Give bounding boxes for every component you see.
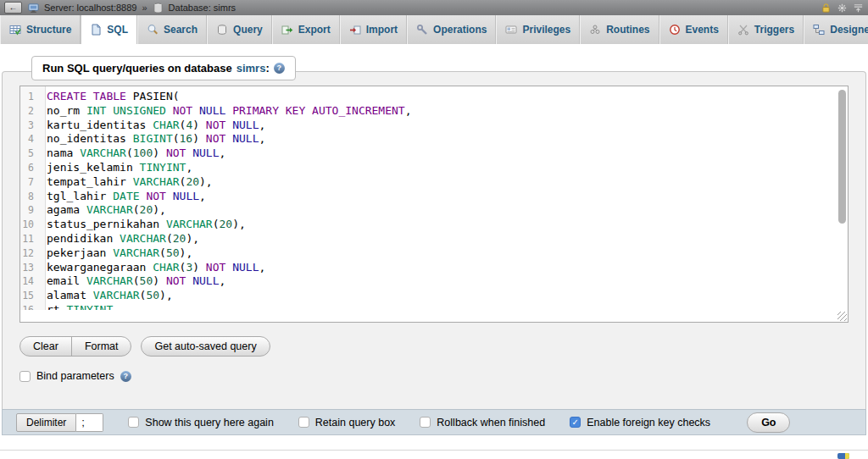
editor-line: 11pendidikan VARCHAR(20), bbox=[20, 232, 848, 246]
search-icon bbox=[147, 24, 159, 36]
get-autosaved-query-button[interactable]: Get auto-saved query bbox=[141, 336, 270, 357]
line-code: pendidikan VARCHAR(20), bbox=[40, 232, 199, 246]
format-button[interactable]: Format bbox=[71, 337, 131, 356]
clear-format-group: Clear Format bbox=[19, 336, 131, 357]
scroll-bottom-icon[interactable] bbox=[837, 453, 849, 459]
editor-line: 4no_identitas BIGINT(16) NOT NULL, bbox=[20, 132, 848, 147]
editor-line: 3kartu_identitas CHAR(4) NOT NULL, bbox=[20, 119, 848, 133]
tab-label: Routines bbox=[606, 24, 649, 36]
triggers-icon bbox=[737, 24, 749, 36]
checkbox-box[interactable] bbox=[128, 417, 139, 428]
query-buttons-row: Clear Format Get auto-saved query bbox=[19, 336, 849, 357]
bind-parameters-row[interactable]: Bind parameters bbox=[19, 370, 849, 382]
tab-export[interactable]: Export bbox=[272, 15, 340, 44]
line-code: tempat_lahir VARCHAR(20), bbox=[40, 175, 213, 190]
tab-structure[interactable]: Structure bbox=[0, 15, 81, 44]
editor-line: 2no_rm INT UNSIGNED NOT NULL PRIMARY KEY… bbox=[20, 104, 848, 119]
tab-import[interactable]: Import bbox=[340, 15, 407, 44]
query-icon bbox=[216, 24, 228, 36]
breadcrumb-item-database[interactable]: Database: simrs bbox=[169, 3, 236, 13]
tab-events[interactable]: Events bbox=[659, 15, 728, 44]
line-number: 4 bbox=[20, 132, 40, 147]
go-button[interactable]: Go bbox=[747, 412, 790, 433]
phpmyadmin-window: ← Server: localhost:8889»Database: simrs… bbox=[0, 0, 868, 459]
breadcrumb-item-server[interactable]: Server: localhost:8889 bbox=[44, 3, 136, 13]
line-code: nama VARCHAR(100) NOT NULL, bbox=[40, 147, 225, 161]
database-icon bbox=[153, 3, 164, 14]
checkbox-box[interactable] bbox=[298, 417, 309, 428]
tab-operations[interactable]: Operations bbox=[407, 15, 496, 44]
database-link[interactable]: simrs bbox=[236, 62, 266, 75]
breadcrumb-separator: » bbox=[142, 3, 147, 13]
legend-text: Run SQL query/queries on database bbox=[42, 62, 232, 75]
tab-routines[interactable]: Routines bbox=[580, 15, 659, 44]
topbar: ← Server: localhost:8889»Database: simrs bbox=[0, 0, 868, 15]
editor-line: 12pekerjaan VARCHAR(50), bbox=[20, 246, 848, 261]
line-code: pekerjaan VARCHAR(50), bbox=[40, 246, 192, 261]
checkbox-box[interactable] bbox=[420, 417, 431, 428]
query-options-bar: Delimiter Show this query here againReta… bbox=[2, 409, 866, 435]
import-icon bbox=[349, 24, 361, 36]
tab-privileges[interactable]: Privileges bbox=[496, 15, 580, 44]
legend-colon: : bbox=[265, 62, 269, 75]
lock-icon[interactable] bbox=[821, 3, 832, 14]
tab-designer[interactable]: Designer bbox=[804, 15, 868, 44]
line-number: 3 bbox=[20, 119, 40, 133]
tab-query[interactable]: Query bbox=[207, 15, 272, 44]
tab-label: Designer bbox=[830, 24, 868, 36]
export-icon bbox=[281, 24, 293, 36]
checkbox-box[interactable]: ✓ bbox=[570, 417, 581, 428]
checkbox-rollback-when-finished[interactable]: Rollback when finished bbox=[420, 417, 545, 429]
line-code: kewarganegaraan CHAR(3) NOT NULL, bbox=[40, 261, 265, 275]
editor-resize-handle[interactable] bbox=[837, 312, 847, 321]
clear-button[interactable]: Clear bbox=[20, 337, 71, 356]
checkbox-enable-foreign-key-checks[interactable]: ✓Enable foreign key checks bbox=[570, 417, 710, 429]
line-code: agama VARCHAR(20), bbox=[40, 203, 166, 218]
sql-editor[interactable]: 1CREATE TABLE PASIEN(2no_rm INT UNSIGNED… bbox=[19, 86, 849, 323]
line-number: 16 bbox=[20, 303, 40, 310]
line-code: alamat VARCHAR(50), bbox=[40, 289, 173, 303]
collapse-menu-icon[interactable] bbox=[853, 3, 864, 14]
tab-label: SQL bbox=[107, 24, 128, 36]
privileges-icon bbox=[505, 24, 517, 36]
query-legend: Run SQL query/queries on database simrs: bbox=[31, 56, 296, 80]
checkbox-retain-query-box[interactable]: Retain query box bbox=[298, 417, 396, 429]
footer-checkboxes: Show this query here againRetain query b… bbox=[128, 417, 710, 429]
editor-lines: 1CREATE TABLE PASIEN(2no_rm INT UNSIGNED… bbox=[20, 90, 848, 310]
bind-parameters-checkbox[interactable] bbox=[19, 371, 31, 382]
back-button[interactable]: ← bbox=[4, 2, 22, 14]
editor-line: 13kewarganegaraan CHAR(3) NOT NULL, bbox=[20, 261, 848, 275]
tab-triggers[interactable]: Triggers bbox=[728, 15, 804, 44]
scrollbar-thumb[interactable] bbox=[838, 90, 846, 224]
bind-parameters-help-icon[interactable] bbox=[120, 371, 131, 382]
editor-scrollbar[interactable] bbox=[838, 88, 846, 310]
tab-label: Events bbox=[686, 24, 719, 36]
gear-icon[interactable] bbox=[837, 3, 848, 14]
tab-label: Search bbox=[164, 24, 198, 36]
tab-label: Export bbox=[298, 24, 331, 36]
line-number: 12 bbox=[20, 246, 40, 261]
editor-line: 8tgl_lahir DATE NOT NULL, bbox=[20, 190, 848, 204]
tab-label: Triggers bbox=[754, 24, 794, 36]
tab-label: Operations bbox=[433, 24, 487, 36]
editor-line: 6jenis_kelamin TINYINT, bbox=[20, 161, 848, 175]
delimiter-input[interactable] bbox=[76, 413, 103, 432]
page-bottom bbox=[0, 450, 868, 459]
editor-line: 1CREATE TABLE PASIEN( bbox=[20, 90, 848, 104]
delimiter-group: Delimiter bbox=[16, 413, 103, 432]
events-icon bbox=[669, 24, 681, 36]
help-icon[interactable] bbox=[274, 63, 285, 74]
tab-search[interactable]: Search bbox=[137, 15, 207, 44]
tab-label: Privileges bbox=[522, 24, 570, 36]
line-code: no_identitas BIGINT(16) NOT NULL, bbox=[40, 132, 265, 147]
line-number: 14 bbox=[20, 274, 40, 289]
tab-sql[interactable]: SQL bbox=[81, 15, 137, 44]
line-code: jenis_kelamin TINYINT, bbox=[40, 161, 192, 175]
line-number: 8 bbox=[20, 190, 40, 204]
editor-line: 9agama VARCHAR(20), bbox=[20, 203, 848, 218]
line-number: 9 bbox=[20, 203, 40, 218]
checkbox-label: Rollback when finished bbox=[437, 417, 545, 429]
sql-icon bbox=[90, 24, 102, 36]
checkbox-show-this-query-here-again[interactable]: Show this query here again bbox=[128, 417, 273, 429]
line-number: 7 bbox=[20, 175, 40, 190]
